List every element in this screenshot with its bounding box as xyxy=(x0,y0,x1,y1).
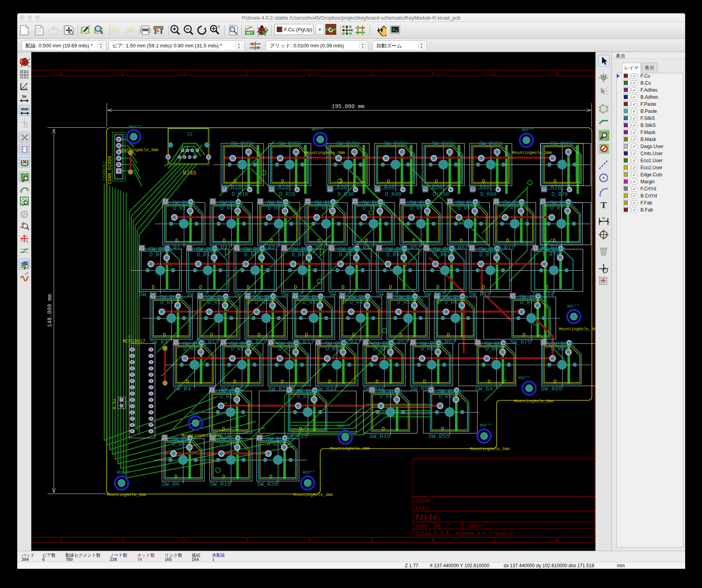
svg-text:D: D xyxy=(152,284,155,290)
svg-text:D: D xyxy=(247,284,250,290)
svg-text:D_R15: D_R15 xyxy=(219,393,236,400)
svg-text:SW_R6: SW_R6 xyxy=(162,481,180,488)
svg-text:D: D xyxy=(294,284,297,290)
svg-text:D: D xyxy=(174,474,178,480)
svg-text:D: D xyxy=(222,474,225,480)
svg-text:D_R25: D_R25 xyxy=(297,393,313,400)
svg-text:T: T xyxy=(600,200,607,210)
svg-text:D_R71: D_R71 xyxy=(504,205,520,211)
svg-text:REF**: REF** xyxy=(191,411,203,415)
svg-text:D_R60: D_R60 xyxy=(480,191,497,197)
svg-text:MountingHole_3mm: MountingHole_3mm xyxy=(119,148,158,152)
svg-text:N: N xyxy=(602,216,605,220)
svg-text:D_R72: D_R72 xyxy=(550,205,567,211)
svg-text:D_R65: D_R65 xyxy=(551,346,568,352)
svg-text:D: D xyxy=(234,179,237,185)
svg-text:D_R21: D_R21 xyxy=(268,205,284,211)
svg-text:r: r xyxy=(22,82,23,85)
svg-text:D_R54: D_R54 xyxy=(421,346,437,352)
svg-text:D: D xyxy=(482,284,485,290)
svg-text:SW_R40: SW_R40 xyxy=(374,184,395,191)
svg-text:D: D xyxy=(389,284,392,290)
svg-text:SW_R50: SW_R50 xyxy=(421,184,443,191)
svg-text:D_R3: D_R3 xyxy=(160,299,174,306)
svg-text:D: D xyxy=(553,379,557,385)
svg-text:SW_PUSH: SW_PUSH xyxy=(337,141,360,147)
svg-text:D: D xyxy=(506,238,509,244)
svg-text:REF**: REF** xyxy=(518,376,531,380)
svg-text:D_R42: D_R42 xyxy=(339,251,356,258)
svg-text:2: 2 xyxy=(183,71,186,76)
svg-text:D: D xyxy=(553,238,556,244)
svg-text:MountingHole_3mm: MountingHole_3mm xyxy=(559,327,595,331)
svg-text:SW_PUSH: SW_PUSH xyxy=(384,141,407,147)
svg-text:4: 4 xyxy=(432,537,435,543)
svg-text:SW_R25: SW_R25 xyxy=(287,433,308,440)
svg-text:D_R51: D_R51 xyxy=(410,205,426,211)
svg-text:D_R61: D_R61 xyxy=(457,205,474,211)
svg-text:D_R45: D_R45 xyxy=(379,393,396,400)
svg-text:D: D xyxy=(223,238,226,244)
svg-text:SW_R12: SW_R12 xyxy=(187,291,208,298)
svg-text:SW_R42: SW_R42 xyxy=(329,291,350,298)
svg-text:D: D xyxy=(412,238,415,244)
svg-text:REF**: REF** xyxy=(480,423,492,428)
svg-text:D: D xyxy=(365,238,368,244)
svg-text:D_41: D_41 xyxy=(363,205,376,211)
svg-text:SW_R16: SW_R16 xyxy=(210,481,231,488)
svg-text:REF**: REF** xyxy=(303,470,315,475)
svg-text:D_R33: D_R33 xyxy=(303,299,319,306)
svg-text:C2: C2 xyxy=(125,400,129,405)
svg-text:D_R16: D_R16 xyxy=(220,441,236,447)
svg-text:REF**: REF** xyxy=(312,127,324,132)
svg-text:5: 5 xyxy=(556,537,559,543)
svg-text:D: D xyxy=(305,332,308,338)
svg-text:SW_R73: SW_R73 xyxy=(469,291,490,298)
svg-text:D_R53: D_R53 xyxy=(397,299,414,306)
svg-text:REF**: REF** xyxy=(522,128,534,132)
svg-text:D_R2: D_R2 xyxy=(149,251,163,258)
svg-text:D: D xyxy=(199,284,202,290)
svg-text:SW_64: SW_64 xyxy=(475,386,493,393)
svg-text:MountingHole_3mm: MountingHole_3mm xyxy=(330,446,370,451)
svg-text:Size: A4: Size: A4 xyxy=(415,523,440,529)
svg-text:D: D xyxy=(553,179,557,185)
svg-text:1: 1 xyxy=(59,71,62,76)
svg-text:MountingHole_3mm: MountingHole_3mm xyxy=(107,492,146,497)
svg-text:D: D xyxy=(317,238,321,244)
svg-text:SW_R2: SW_R2 xyxy=(139,291,157,298)
svg-text:SW_PUSH: SW_PUSH xyxy=(551,141,574,147)
svg-text:D: D xyxy=(460,238,463,244)
svg-text:D: D xyxy=(175,238,178,244)
svg-text:5: 5 xyxy=(556,71,559,76)
svg-text:D_R1: D_R1 xyxy=(173,205,186,211)
svg-text:SW_R22: SW_R22 xyxy=(234,291,255,298)
svg-text:D: D xyxy=(222,426,225,432)
svg-text:D: D xyxy=(281,179,284,185)
svg-text:mm: mm xyxy=(21,107,29,111)
svg-text:3: 3 xyxy=(308,537,311,543)
svg-text:D_R32: D_R32 xyxy=(292,251,308,258)
svg-text:D: D xyxy=(435,179,438,185)
svg-text:D: D xyxy=(382,426,385,432)
svg-text:D: D xyxy=(186,379,189,385)
svg-text:D_R22: D_R22 xyxy=(244,251,261,258)
svg-text:SW_R32: SW_R32 xyxy=(281,291,303,298)
svg-text:MountingHole_3mm: MountingHole_3mm xyxy=(470,447,510,451)
svg-text:D: D xyxy=(447,332,450,338)
svg-text:D_R14: D_R14 xyxy=(231,346,247,352)
svg-text:SW_R52: SW_R52 xyxy=(376,291,397,298)
svg-text:D_R10: D_R10 xyxy=(232,191,248,197)
svg-text:Date:: Date: xyxy=(470,523,485,529)
svg-text:RJ45: RJ45 xyxy=(183,170,196,176)
svg-text:SW_PUSH: SW_PUSH xyxy=(432,141,455,147)
svg-text:D_R20: D_R20 xyxy=(279,191,296,197)
svg-text:2: 2 xyxy=(183,537,186,543)
svg-text:D: D xyxy=(387,179,390,185)
svg-text:D: D xyxy=(269,474,272,480)
svg-text:D: D xyxy=(399,332,403,338)
svg-text:D: D xyxy=(423,379,426,385)
svg-text:D_R50: D_R50 xyxy=(433,191,449,197)
svg-text:D: D xyxy=(339,179,343,185)
svg-text:D: D xyxy=(482,179,485,185)
